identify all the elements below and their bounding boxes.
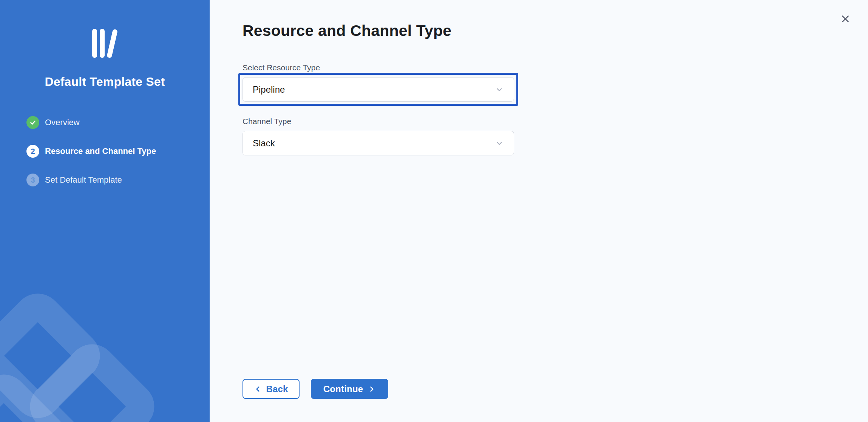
continue-button[interactable]: Continue xyxy=(311,379,388,399)
resource-type-select-wrap: Pipeline xyxy=(242,77,514,102)
library-logo-icon xyxy=(91,29,119,59)
main-panel: Resource and Channel Type Select Resourc… xyxy=(210,0,868,422)
back-button-label: Back xyxy=(266,384,288,394)
chevron-left-icon xyxy=(254,385,262,393)
resource-type-select[interactable]: Pipeline xyxy=(242,77,514,102)
resource-type-label: Select Resource Type xyxy=(242,62,868,73)
step-label: Set Default Template xyxy=(45,175,122,185)
chevron-down-icon xyxy=(495,139,504,148)
steps-list: Overview 2 Resource and Channel Type 3 S… xyxy=(0,116,210,186)
step-overview[interactable]: Overview xyxy=(26,116,210,129)
channel-type-value: Slack xyxy=(253,138,495,149)
channel-type-select-wrap: Slack xyxy=(242,131,514,155)
sidebar-watermark-shape xyxy=(0,365,76,422)
step-number-badge: 3 xyxy=(26,174,39,186)
step-complete-check-icon xyxy=(26,116,39,129)
chevron-right-icon xyxy=(368,385,376,393)
step-set-default-template[interactable]: 3 Set Default Template xyxy=(26,174,210,186)
step-label: Overview xyxy=(45,118,80,127)
continue-button-label: Continue xyxy=(323,384,363,394)
step-resource-and-channel-type[interactable]: 2 Resource and Channel Type xyxy=(26,145,210,158)
wizard-footer: Back Continue xyxy=(242,379,388,399)
resource-type-value: Pipeline xyxy=(253,84,495,95)
channel-type-select[interactable]: Slack xyxy=(242,131,514,155)
sidebar: Default Template Set Overview 2 Resource… xyxy=(0,0,210,422)
step-label: Resource and Channel Type xyxy=(45,146,156,156)
back-button[interactable]: Back xyxy=(242,379,300,399)
wizard-title: Default Template Set xyxy=(0,75,210,89)
step-number-badge: 2 xyxy=(26,145,39,158)
page-title: Resource and Channel Type xyxy=(242,22,868,40)
close-icon[interactable] xyxy=(838,11,853,26)
chevron-down-icon xyxy=(495,85,504,94)
sidebar-watermark-shape xyxy=(20,334,164,422)
wizard-modal: Default Template Set Overview 2 Resource… xyxy=(0,0,868,422)
channel-type-label: Channel Type xyxy=(242,116,868,127)
sidebar-watermark-shape xyxy=(0,284,110,422)
